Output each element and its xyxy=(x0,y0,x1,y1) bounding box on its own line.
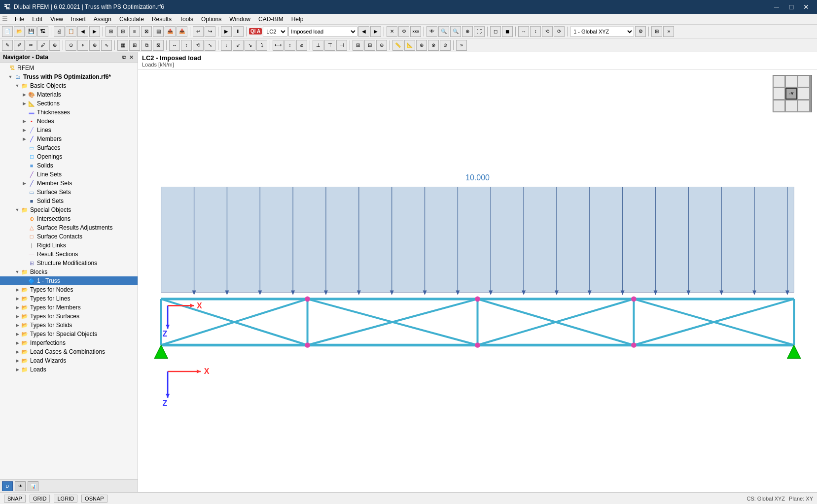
menu-item-edit[interactable]: Edit xyxy=(28,15,46,24)
tree-item-openings[interactable]: ⊡ Openings xyxy=(0,152,138,161)
draw5-button[interactable]: ⊕ xyxy=(49,40,60,51)
dim3-button[interactable]: ⌀ xyxy=(296,40,307,51)
measure3-button[interactable]: ⊕ xyxy=(416,40,427,51)
draw4-button[interactable]: 🖊 xyxy=(37,40,48,51)
support3-button[interactable]: ⊣ xyxy=(336,40,347,51)
close-button[interactable]: ✕ xyxy=(799,1,813,12)
measure5-button[interactable]: ⊘ xyxy=(440,40,451,51)
tree-item-resultsections[interactable]: — Result Sections xyxy=(0,250,138,259)
tree-item-rigidlinks[interactable]: | Rigid Links xyxy=(0,241,138,250)
view5-button[interactable]: ⛶ xyxy=(474,26,485,37)
rfem-button[interactable]: 🏗 xyxy=(37,26,48,37)
nav-results-button[interactable]: 📊 xyxy=(28,481,38,491)
move3-button[interactable]: ⟲ xyxy=(542,26,553,37)
tree-item-surfacesets[interactable]: ▭ Surface Sets xyxy=(0,188,138,197)
osnap-button[interactable]: OSNAP xyxy=(81,495,107,503)
support1-button[interactable]: ⊥ xyxy=(313,40,323,51)
tree-item-types-nodes[interactable]: ▶ 📂 Types for Nodes xyxy=(0,285,138,294)
draw1-button[interactable]: ✎ xyxy=(2,40,13,51)
support2-button[interactable]: ⊤ xyxy=(324,40,335,51)
struct2-button[interactable]: ⊞ xyxy=(129,40,140,51)
print-button[interactable]: 🖨 xyxy=(54,26,65,37)
tree-item-structmod[interactable]: ⊞ Structure Modifications xyxy=(0,259,138,268)
tree-item-loadwizards[interactable]: ▶ 📂 Load Wizards xyxy=(0,356,138,365)
snap4-button[interactable]: ∿ xyxy=(101,40,112,51)
menu-item-help[interactable]: Help xyxy=(287,15,308,24)
calc2-button[interactable]: ⏸ xyxy=(233,26,244,37)
tree-item-nodes[interactable]: ▶ • Nodes xyxy=(0,117,138,126)
tree-item-materials[interactable]: ▶ 🎨 Materials xyxy=(0,90,138,99)
lgrid-button[interactable]: LGRID xyxy=(54,495,77,503)
tree-item-solids[interactable]: ■ Solids xyxy=(0,161,138,170)
menu-item-assign[interactable]: Assign xyxy=(90,15,115,24)
tree-item-sections[interactable]: ▶ 📐 Sections xyxy=(0,99,138,108)
menu-item-view[interactable]: View xyxy=(46,15,67,24)
dim2-button[interactable]: ↕ xyxy=(284,40,295,51)
struct1-button[interactable]: ▦ xyxy=(117,40,128,51)
table2-button[interactable]: ⊟ xyxy=(117,26,128,37)
menu-item-file[interactable]: File xyxy=(11,15,28,24)
render2-button[interactable]: ◼ xyxy=(502,26,513,37)
render1-button[interactable]: ◻ xyxy=(490,26,501,37)
extra2-button[interactable]: » xyxy=(456,40,467,51)
tree-item-types-lines[interactable]: ▶ 📂 Types for Lines xyxy=(0,294,138,303)
nav-controls[interactable]: ⧉ ✕ xyxy=(121,54,135,61)
tree-item-types-solids[interactable]: ▶ 📂 Types for Solids xyxy=(0,321,138,330)
load1-button[interactable]: ↓ xyxy=(221,40,232,51)
menu-item-results[interactable]: Results xyxy=(148,15,176,24)
extra1-button[interactable]: ⊞ xyxy=(651,26,662,37)
table3-button[interactable]: ≡ xyxy=(129,26,140,37)
save-button[interactable]: 💾 xyxy=(26,26,36,37)
filter1-button[interactable]: ✕ xyxy=(387,26,397,37)
menu-item-window[interactable]: Window xyxy=(225,15,254,24)
move1-button[interactable]: ↔ xyxy=(518,26,529,37)
menu-item-options[interactable]: Options xyxy=(197,15,225,24)
extra-more-button[interactable]: » xyxy=(663,26,674,37)
nav-data-button[interactable]: D xyxy=(2,481,13,491)
tree-item-intersections[interactable]: ⊕ Intersections xyxy=(0,214,138,223)
tree-item-project[interactable]: ▼ 🗂 Truss with PS Optimization.rf6* xyxy=(0,72,138,81)
snap-button[interactable]: SNAP xyxy=(4,495,26,503)
draw2-button[interactable]: ✐ xyxy=(14,40,25,51)
title-controls[interactable]: ─ □ ✕ xyxy=(770,1,813,12)
section2-button[interactable]: ⊟ xyxy=(364,40,375,51)
measure4-button[interactable]: ⊗ xyxy=(428,40,439,51)
maximize-button[interactable]: □ xyxy=(784,1,798,12)
tree-item-members[interactable]: ▶ ╱ Members xyxy=(0,134,138,143)
load4-button[interactable]: ⤵ xyxy=(256,40,267,51)
view4-button[interactable]: ⊕ xyxy=(462,26,473,37)
load3-button[interactable]: ↘ xyxy=(245,40,255,51)
tree-item-lines[interactable]: ▶ ╱ Lines xyxy=(0,126,138,134)
tree-item-imperfections[interactable]: ▶ 📂 Imperfections xyxy=(0,338,138,347)
tree-item-rfem[interactable]: 🏗 RFEM xyxy=(0,64,138,72)
tree-item-types-surfaces[interactable]: ▶ 📂 Types for Surfaces xyxy=(0,312,138,321)
tree-item-basic-objects[interactable]: ▼ 📁 Basic Objects xyxy=(0,81,138,90)
view1-button[interactable]: 👁 xyxy=(426,26,437,37)
scale-button[interactable]: ⤡ xyxy=(205,40,215,51)
import-button[interactable]: 📥 xyxy=(177,26,187,37)
tree-item-blocks[interactable]: ▼ 📁 Blocks xyxy=(0,268,138,276)
move4-button[interactable]: ⟳ xyxy=(554,26,565,37)
menu-item-tools[interactable]: Tools xyxy=(176,15,197,24)
section3-button[interactable]: ⊝ xyxy=(376,40,387,51)
filter3-button[interactable]: xxx xyxy=(410,26,421,37)
lc-next-button[interactable]: ▶ xyxy=(370,26,381,37)
move5-button[interactable]: ↔ xyxy=(169,40,180,51)
viewport-canvas[interactable]: -Y 10.000 xyxy=(138,70,817,485)
view3-button[interactable]: 🔍 xyxy=(450,26,461,37)
tree-item-thicknesses[interactable]: ▬ Thicknesses xyxy=(0,108,138,117)
draw3-button[interactable]: ✏ xyxy=(26,40,36,51)
menu-item-insert[interactable]: Insert xyxy=(67,15,90,24)
grid-button[interactable]: GRID xyxy=(30,495,50,503)
tree-item-linesets[interactable]: ╱ Line Sets xyxy=(0,170,138,179)
measure2-button[interactable]: 📐 xyxy=(404,40,415,51)
tree-item-surfcontacts[interactable]: □ Surface Contacts xyxy=(0,232,138,241)
rotate1-button[interactable]: ⟲ xyxy=(193,40,204,51)
struct3-button[interactable]: ⧉ xyxy=(141,40,152,51)
move2-button[interactable]: ↕ xyxy=(530,26,541,37)
move6-button[interactable]: ↕ xyxy=(181,40,192,51)
snap1-button[interactable]: ⊙ xyxy=(66,40,76,51)
view2-button[interactable]: 🔍 xyxy=(438,26,449,37)
undo2-button[interactable]: ↪ xyxy=(205,26,215,37)
load2-button[interactable]: ↙ xyxy=(233,40,244,51)
